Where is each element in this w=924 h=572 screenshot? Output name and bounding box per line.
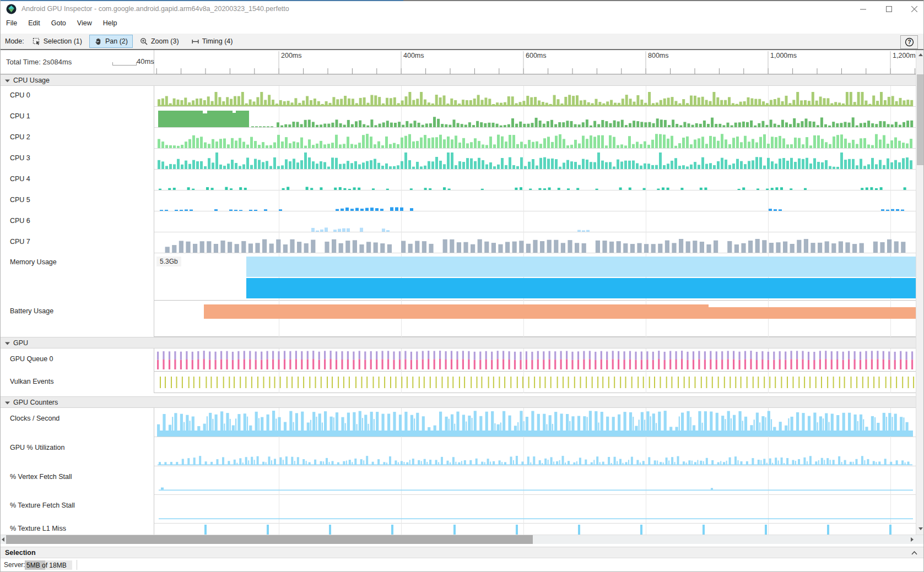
- track-canvas-cpu-4[interactable]: [154, 170, 916, 190]
- track-row-clocks-per-second: Clocks / Second: [1, 408, 916, 437]
- cpu-6-waveform: [154, 211, 916, 232]
- arrow-right-icon[interactable]: [911, 537, 914, 542]
- track-label-cpu-3: CPU 3: [1, 149, 154, 170]
- track-canvas-battery-usage[interactable]: [154, 301, 916, 337]
- clocks-per-second-waveform: [154, 408, 916, 437]
- ruler-major-label: 800ms: [648, 52, 669, 59]
- status-separator: [77, 560, 77, 570]
- track-label-text: CPU 4: [10, 175, 30, 183]
- mode-button-zoom[interactable]: Zoom (3): [135, 35, 184, 48]
- arrow-down-icon[interactable]: [918, 527, 923, 530]
- track-canvas-texture-l1-miss[interactable]: [154, 524, 916, 535]
- track-label-text: % Texture Fetch Stall: [10, 502, 75, 509]
- maximize-button[interactable]: [877, 1, 901, 17]
- track-label-text: Clocks / Second: [10, 415, 60, 422]
- section-header-gpu[interactable]: GPU: [1, 337, 916, 348]
- track-canvas-memory-usage[interactable]: 5.3Gb: [154, 253, 916, 301]
- track-label-text: % Vertex Fetch Stall: [10, 473, 72, 481]
- mode-button-pan[interactable]: Pan (2): [89, 35, 133, 48]
- track-label-vulkan-events: Vulkan Events: [1, 372, 154, 393]
- battery-usage-waveform: [154, 301, 916, 337]
- mode-button-label: Selection (1): [44, 37, 82, 45]
- mode-button-label: Pan (2): [105, 37, 128, 45]
- track-canvas-cpu-0[interactable]: [154, 86, 916, 107]
- minimize-button[interactable]: [851, 1, 876, 17]
- track-canvas-gpu-utilization[interactable]: [154, 437, 916, 466]
- track-canvas-gpu-queue-0[interactable]: [154, 348, 916, 372]
- track-canvas-cpu-5[interactable]: [154, 190, 916, 211]
- section-header-cpu-usage[interactable]: CPU Usage: [1, 74, 916, 86]
- track-row-cpu-6: CPU 6: [1, 211, 916, 232]
- mode-button-timing[interactable]: Timing (4): [186, 35, 238, 48]
- track-label-text: % Texture L1 Miss: [10, 525, 66, 532]
- vertical-scrollbar[interactable]: [916, 50, 924, 535]
- memory-value-badge: 5.3Gb: [156, 257, 181, 266]
- track-label-battery-usage: Battery Usage: [1, 301, 154, 337]
- close-button[interactable]: [902, 1, 924, 17]
- arrow-left-icon[interactable]: [2, 537, 4, 542]
- mode-button-label: Zoom (3): [151, 37, 179, 45]
- track-label-cpu-0: CPU 0: [1, 86, 154, 107]
- server-memory-gauge: 5MB of 18MB: [25, 560, 72, 570]
- menu-item-file[interactable]: File: [1, 18, 23, 28]
- track-label-texture-fetch-stall: % Texture Fetch Stall: [1, 495, 154, 524]
- track-row-texture-fetch-stall: % Texture Fetch Stall: [1, 495, 916, 524]
- track-label-text: CPU 6: [10, 217, 30, 225]
- track-row-cpu-7: CPU 7: [1, 232, 916, 253]
- track-canvas-cpu-1[interactable]: [154, 107, 916, 128]
- ruler-header-cell: Total Time: 2s084ms 40ms: [1, 50, 154, 74]
- track-canvas-texture-fetch-stall[interactable]: [154, 495, 916, 524]
- track-label-gpu-utilization: GPU % Utilization: [1, 437, 154, 466]
- ruler-major-label: 1,000ms: [770, 52, 797, 59]
- track-label-text: CPU 2: [10, 133, 30, 141]
- track-canvas-cpu-3[interactable]: [154, 149, 916, 170]
- triangle-down-icon: [5, 79, 10, 83]
- menu-item-edit[interactable]: Edit: [23, 18, 46, 28]
- triangle-down-icon: [5, 401, 10, 405]
- ruler-major-label: 1,200ms: [893, 52, 916, 59]
- track-canvas-cpu-7[interactable]: [154, 232, 916, 253]
- track-canvas-cpu-6[interactable]: [154, 211, 916, 232]
- menu-item-view[interactable]: View: [72, 18, 98, 28]
- vulkan-events-waveform: [154, 372, 916, 393]
- timeline-ruler[interactable]: Total Time: 2s084ms 40ms 200ms400ms600ms…: [1, 50, 916, 74]
- section-label: GPU Counters: [13, 399, 58, 406]
- track-label-text: CPU 0: [10, 91, 30, 99]
- scale-bracket: [112, 62, 137, 66]
- help-button[interactable]: ?: [900, 35, 918, 49]
- section-header-gpu-counters[interactable]: GPU Counters: [1, 396, 916, 408]
- track-row-memory-usage: 5.3GbMemory Usage: [1, 253, 916, 301]
- track-row-cpu-5: CPU 5: [1, 190, 916, 211]
- track-canvas-cpu-2[interactable]: [154, 128, 916, 149]
- chevron-up-icon[interactable]: [909, 549, 920, 557]
- track-label-cpu-5: CPU 5: [1, 190, 154, 211]
- track-label-text: Memory Usage: [10, 258, 57, 266]
- vertical-scrollbar-thumb[interactable]: [917, 74, 924, 165]
- track-label-cpu-4: CPU 4: [1, 170, 154, 190]
- menu-item-goto[interactable]: Goto: [46, 18, 72, 28]
- track-canvas-clocks-per-second[interactable]: [154, 408, 916, 437]
- arrow-up-icon[interactable]: [918, 53, 923, 56]
- track-row-texture-l1-miss: % Texture L1 Miss: [1, 524, 916, 535]
- track-label-memory-usage: Memory Usage: [1, 253, 154, 301]
- scale-label: 40ms: [137, 57, 153, 66]
- selection-panel-header[interactable]: Selection: [1, 547, 924, 558]
- horizontal-scrollbar[interactable]: [1, 535, 924, 544]
- triangle-down-icon: [5, 342, 10, 345]
- cpu-1-waveform: [154, 107, 916, 128]
- track-label-cpu-6: CPU 6: [1, 211, 154, 232]
- gpu-utilization-waveform: [154, 437, 916, 466]
- track-row-vulkan-events: Vulkan Events: [1, 372, 916, 393]
- track-label-text: Vulkan Events: [10, 378, 53, 385]
- horizontal-scrollbar-thumb[interactable]: [6, 535, 533, 544]
- track-label-text: CPU 1: [10, 112, 30, 120]
- track-row-cpu-3: CPU 3: [1, 149, 916, 170]
- vertex-fetch-stall-waveform: [154, 466, 916, 495]
- ruler-major-label: 200ms: [281, 52, 302, 59]
- track-canvas-vertex-fetch-stall[interactable]: [154, 466, 916, 495]
- track-label-text: Battery Usage: [10, 307, 53, 315]
- track-label-vertex-fetch-stall: % Vertex Fetch Stall: [1, 466, 154, 495]
- menu-item-help[interactable]: Help: [98, 18, 123, 28]
- mode-button-selection[interactable]: Selection (1): [28, 35, 87, 48]
- track-canvas-vulkan-events[interactable]: [154, 372, 916, 393]
